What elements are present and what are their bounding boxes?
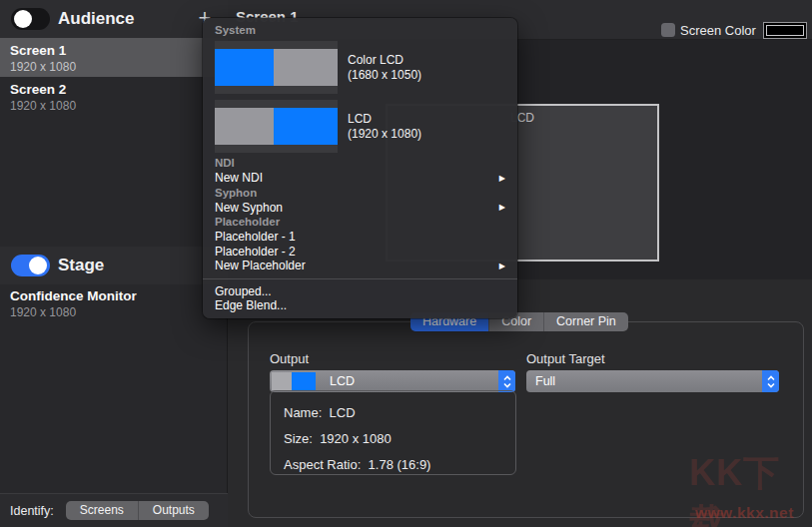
identify-outputs-button[interactable]: Outputs xyxy=(138,501,209,520)
menu-item-placeholder-2[interactable]: Placeholder - 2 xyxy=(203,245,517,260)
audience-toggle-knob xyxy=(14,10,32,28)
screen-row-screen-2[interactable]: Screen 2 1920 x 1080 xyxy=(0,77,228,116)
menu-ndi-header: NDI xyxy=(203,156,517,171)
menu-separator xyxy=(203,278,517,279)
stage-section-header: Stage + xyxy=(0,247,228,284)
screen-color-checkbox[interactable] xyxy=(661,23,675,37)
stage-toggle-knob xyxy=(29,257,47,274)
audience-toggle[interactable] xyxy=(11,8,50,30)
identify-screens-button[interactable]: Screens xyxy=(66,501,138,520)
output-dropdown-stepper-icon xyxy=(498,370,515,392)
stage-section-title: Stage xyxy=(58,256,104,275)
output-target-dropdown[interactable]: Full xyxy=(526,370,779,392)
output-display-thumbnail xyxy=(272,372,316,390)
screen-configuration-window: Screen 1 Screen Color LCD Hardware Color… xyxy=(0,0,812,527)
info-size: Size: 1920 x 1080 xyxy=(284,426,502,452)
screen-color-label: Screen Color xyxy=(680,23,756,38)
output-target-value: Full xyxy=(535,374,555,388)
screen-color-well[interactable] xyxy=(763,22,807,39)
menu-system-header: System xyxy=(203,23,517,38)
screens-sidebar: Audience + Screen 1 1920 x 1080 Screen 2… xyxy=(0,0,228,527)
menu-placeholder-header: Placeholder xyxy=(203,215,517,230)
submenu-arrow-icon: ▶ xyxy=(499,203,505,212)
menu-item-lcd[interactable]: LCD (1920 x 1080) xyxy=(203,97,517,156)
display-info-box: Name: LCD Size: 1920 x 1080 Aspect Ratio… xyxy=(270,390,516,475)
identify-bar: Identify: Screens Outputs xyxy=(0,493,228,527)
menu-item-new-placeholder[interactable]: New Placeholder ▶ xyxy=(203,259,517,273)
lcd-arrangement-icon xyxy=(215,100,338,153)
identify-label: Identify: xyxy=(10,504,54,518)
menu-item-new-syphon[interactable]: New Syphon ▶ xyxy=(203,201,517,216)
submenu-arrow-icon: ▶ xyxy=(499,174,505,183)
submenu-arrow-icon: ▶ xyxy=(499,262,505,270)
menu-item-new-ndi[interactable]: New NDI ▶ xyxy=(203,171,517,186)
output-target-stepper-icon xyxy=(762,370,779,392)
audience-section-header: Audience + xyxy=(0,0,228,38)
output-dropdown[interactable]: LCD xyxy=(270,370,515,392)
tab-corner-pin[interactable]: Corner Pin xyxy=(543,312,628,331)
screen-row-confidence-monitor[interactable]: Confidence Monitor 1920 x 1080 xyxy=(0,283,228,322)
menu-item-grouped[interactable]: Grouped... xyxy=(203,284,517,299)
output-label: Output xyxy=(270,351,309,366)
info-name: Name: LCD xyxy=(284,400,502,426)
info-aspect-ratio: Aspect Ratio: 1.78 (16:9) xyxy=(284,452,502,478)
screen-row-screen-1[interactable]: Screen 1 1920 x 1080 xyxy=(0,38,228,77)
color-lcd-arrangement-icon xyxy=(215,41,338,94)
menu-item-color-lcd[interactable]: Color LCD (1680 x 1050) xyxy=(203,38,517,97)
menu-item-edge-blend[interactable]: Edge Blend... xyxy=(203,298,517,313)
stage-toggle[interactable] xyxy=(11,255,50,276)
output-target-label: Output Target xyxy=(526,351,605,366)
output-value: LCD xyxy=(330,374,355,388)
menu-syphon-header: Syphon xyxy=(203,186,517,201)
menu-item-placeholder-1[interactable]: Placeholder - 1 xyxy=(203,230,517,245)
add-screen-dropdown-menu: System Color LCD (1680 x 1050) LCD (1920… xyxy=(203,18,517,318)
audience-section-title: Audience xyxy=(58,9,135,29)
identify-button-group: Screens Outputs xyxy=(66,501,209,520)
